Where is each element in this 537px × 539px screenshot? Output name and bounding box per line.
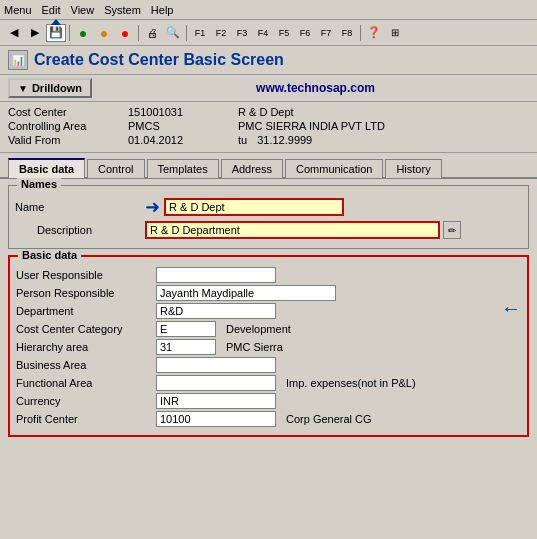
- tab-communication[interactable]: Communication: [285, 159, 383, 178]
- cost-center-value: 151001031: [128, 106, 208, 118]
- cost-center-category-text: Development: [226, 323, 291, 335]
- profit-center-label: Profit Center: [16, 413, 156, 425]
- drilldown-bar: ▼ Drilldown www.technosap.com: [0, 75, 537, 102]
- description-label: Description: [15, 224, 145, 236]
- func-icon2[interactable]: F2: [211, 24, 231, 42]
- controlling-area-label: Controlling Area: [8, 120, 128, 132]
- cost-center-category-input[interactable]: [156, 321, 216, 337]
- hierarchy-area-input[interactable]: [156, 339, 216, 355]
- drilldown-label: Drilldown: [32, 82, 82, 94]
- yellow-icon[interactable]: ●: [94, 24, 114, 42]
- user-responsible-input[interactable]: [156, 267, 276, 283]
- person-responsible-input[interactable]: [156, 285, 336, 301]
- basic-data-group-title: Basic data: [18, 249, 81, 261]
- tab-templates[interactable]: Templates: [147, 159, 219, 178]
- company-name: PMC SIERRA INDIA PVT LTD: [238, 120, 385, 132]
- separator1: [69, 25, 70, 41]
- names-group-box: Names Name ➜ Description ✏: [8, 185, 529, 249]
- cost-center-label: Cost Center: [8, 106, 128, 118]
- business-area-label: Business Area: [16, 359, 156, 371]
- functional-area-text: Imp. expenses(not in P&L): [286, 377, 416, 389]
- main-content: Names Name ➜ Description ✏ Basic data ← …: [0, 179, 537, 449]
- tabs-container: Basic data Control Templates Address Com…: [0, 153, 537, 179]
- system-menu[interactable]: System: [104, 4, 141, 16]
- valid-from-value: 01.04.2012: [128, 134, 208, 146]
- rd-dept-label: R & D Dept: [238, 106, 318, 118]
- drilldown-icon: ▼: [18, 83, 28, 94]
- help-icon[interactable]: ❓: [364, 24, 384, 42]
- tu-label: tu: [238, 134, 247, 146]
- hierarchy-area-label: Hierarchy area: [16, 341, 156, 353]
- func-icon4[interactable]: F4: [253, 24, 273, 42]
- valid-from-label: Valid From: [8, 134, 128, 146]
- menu-item[interactable]: Menu: [4, 4, 32, 16]
- func-icon3[interactable]: F3: [232, 24, 252, 42]
- separator3: [186, 25, 187, 41]
- drilldown-button[interactable]: ▼ Drilldown: [8, 78, 92, 98]
- currency-input[interactable]: [156, 393, 276, 409]
- app-icon: 📊: [8, 50, 28, 70]
- save-button[interactable]: 💾: [46, 24, 66, 42]
- toolbar-row: ◀ ▶ 💾 ● ● ● 🖨 🔍 F1 F2 F3 F4 F5 F6 F7 F8 …: [0, 20, 537, 46]
- cost-center-category-label: Cost Center Category: [16, 323, 156, 335]
- department-input[interactable]: [156, 303, 276, 319]
- menu-bar: Menu Edit View System Help: [0, 0, 537, 20]
- info-section: Cost Center 151001031 R & D Dept Control…: [0, 102, 537, 153]
- right-arrow-annotation: ←: [501, 297, 521, 320]
- business-area-input[interactable]: [156, 357, 276, 373]
- red-icon[interactable]: ●: [115, 24, 135, 42]
- controlling-area-value: PMCS: [128, 120, 208, 132]
- print-icon[interactable]: 🖨: [142, 24, 162, 42]
- profit-center-input[interactable]: [156, 411, 276, 427]
- func-icon5[interactable]: F5: [274, 24, 294, 42]
- func-icon1[interactable]: F1: [190, 24, 210, 42]
- person-responsible-label: Person Responsible: [16, 287, 156, 299]
- basic-data-group-box: Basic data ← User Responsible Person Res…: [8, 255, 529, 437]
- edit-menu[interactable]: Edit: [42, 4, 61, 16]
- view-menu[interactable]: View: [71, 4, 95, 16]
- tab-control[interactable]: Control: [87, 159, 144, 178]
- profit-center-text: Corp General CG: [286, 413, 372, 425]
- department-label: Department: [16, 305, 156, 317]
- func-icon6[interactable]: F6: [295, 24, 315, 42]
- find-icon[interactable]: 🔍: [163, 24, 183, 42]
- website-label: www.technosap.com: [102, 81, 529, 95]
- separator2: [138, 25, 139, 41]
- functional-area-input[interactable]: [156, 375, 276, 391]
- valid-to-value: 31.12.9999: [257, 134, 312, 146]
- name-input[interactable]: [164, 198, 344, 216]
- description-edit-icon[interactable]: ✏: [443, 221, 461, 239]
- forward-icon[interactable]: ▶: [25, 24, 45, 42]
- page-title: Create Cost Center Basic Screen: [34, 51, 284, 69]
- back-icon[interactable]: ◀: [4, 24, 24, 42]
- name-label: Name: [15, 201, 145, 213]
- func-icon8[interactable]: F8: [337, 24, 357, 42]
- help-menu[interactable]: Help: [151, 4, 174, 16]
- app-header: 📊 Create Cost Center Basic Screen: [0, 46, 537, 75]
- currency-label: Currency: [16, 395, 156, 407]
- user-responsible-label: User Responsible: [16, 269, 156, 281]
- description-input[interactable]: [145, 221, 440, 239]
- tab-address[interactable]: Address: [221, 159, 283, 178]
- func-icon7[interactable]: F7: [316, 24, 336, 42]
- grid-icon[interactable]: ⊞: [385, 24, 405, 42]
- separator4: [360, 25, 361, 41]
- arrow-icon: ➜: [145, 196, 160, 218]
- tab-basic-data[interactable]: Basic data: [8, 158, 85, 178]
- names-group-title: Names: [17, 178, 61, 190]
- tab-history[interactable]: History: [385, 159, 441, 178]
- hierarchy-area-text: PMC Sierra: [226, 341, 283, 353]
- functional-area-label: Functional Area: [16, 377, 156, 389]
- green-icon[interactable]: ●: [73, 24, 93, 42]
